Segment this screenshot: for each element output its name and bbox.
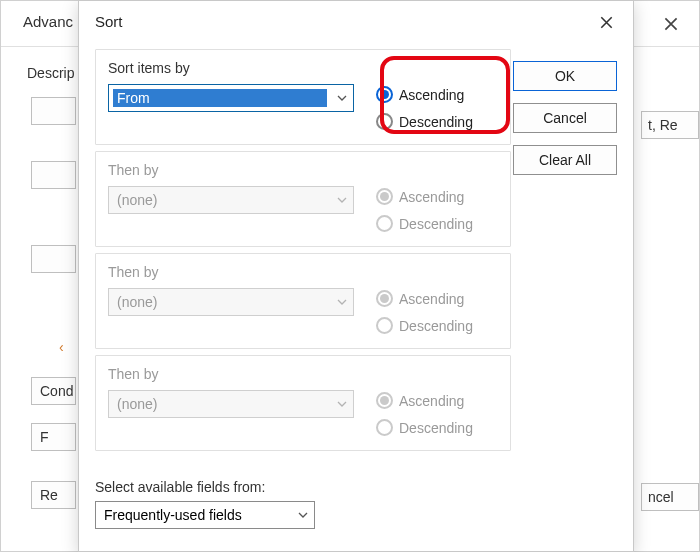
available-fields-select[interactable]: Frequently-used fields [95, 501, 315, 529]
chevron-down-icon [331, 391, 353, 417]
chevron-down-icon [292, 502, 314, 528]
ascending-radio-3: Ascending [376, 290, 473, 307]
then-by-label: Then by [108, 162, 498, 178]
chevron-down-icon [331, 85, 353, 111]
close-button[interactable] [585, 5, 627, 39]
descending-radio-4: Descending [376, 419, 473, 436]
sort-field-value-1: From [113, 89, 327, 107]
close-icon[interactable] [651, 7, 691, 41]
clear-all-button[interactable]: Clear All [513, 145, 617, 175]
descending-radio-2: Descending [376, 215, 473, 232]
sort-field-select-1[interactable]: From [108, 84, 354, 112]
sort-field-value-2: (none) [117, 192, 157, 208]
background-field-button[interactable] [31, 97, 76, 125]
ok-button[interactable]: OK [513, 61, 617, 91]
ascending-radio-4: Ascending [376, 392, 473, 409]
sort-field-select-3: (none) [108, 288, 354, 316]
background-re-button[interactable]: Re [31, 481, 76, 509]
background-f-button[interactable]: F [31, 423, 76, 451]
background-button-fragment[interactable]: t, Re [641, 111, 699, 139]
background-field-button[interactable] [31, 161, 76, 189]
cancel-button[interactable]: Cancel [513, 103, 617, 133]
dialog-title: Sort [95, 13, 123, 30]
background-field-button[interactable] [31, 245, 76, 273]
sort-field-value-3: (none) [117, 294, 157, 310]
descending-radio-3: Descending [376, 317, 473, 334]
sort-level-4: Then by (none) Ascending Descending [95, 355, 511, 451]
sort-level-1: Sort items by From Ascending Descendin [95, 49, 511, 145]
chevron-down-icon [331, 187, 353, 213]
sort-dialog: Sort Sort items by From Ascending [78, 0, 634, 552]
descending-radio-1[interactable]: Descending [376, 113, 473, 130]
background-title: Advanc [23, 13, 73, 30]
ascending-radio-1[interactable]: Ascending [376, 86, 473, 103]
sort-field-value-4: (none) [117, 396, 157, 412]
background-description-label: Descrip [27, 65, 74, 81]
background-orange-marker: ‹ [59, 339, 64, 355]
sort-items-by-label: Sort items by [108, 60, 498, 76]
background-condition-button[interactable]: Cond [31, 377, 76, 405]
available-fields-label: Select available fields from: [95, 479, 355, 495]
then-by-label: Then by [108, 264, 498, 280]
dialog-buttons: OK Cancel Clear All [513, 61, 617, 175]
available-fields-area: Select available fields from: Frequently… [95, 479, 355, 529]
sort-titlebar: Sort [79, 1, 633, 45]
sort-level-3: Then by (none) Ascending Descending [95, 253, 511, 349]
sort-field-select-2[interactable]: (none) [108, 186, 354, 214]
available-fields-value: Frequently-used fields [104, 507, 242, 523]
background-cancel-fragment[interactable]: ncel [641, 483, 699, 511]
ascending-radio-2: Ascending [376, 188, 473, 205]
sort-field-select-4: (none) [108, 390, 354, 418]
then-by-label: Then by [108, 366, 498, 382]
chevron-down-icon [331, 289, 353, 315]
sort-level-2: Then by (none) Ascending Descending [95, 151, 511, 247]
